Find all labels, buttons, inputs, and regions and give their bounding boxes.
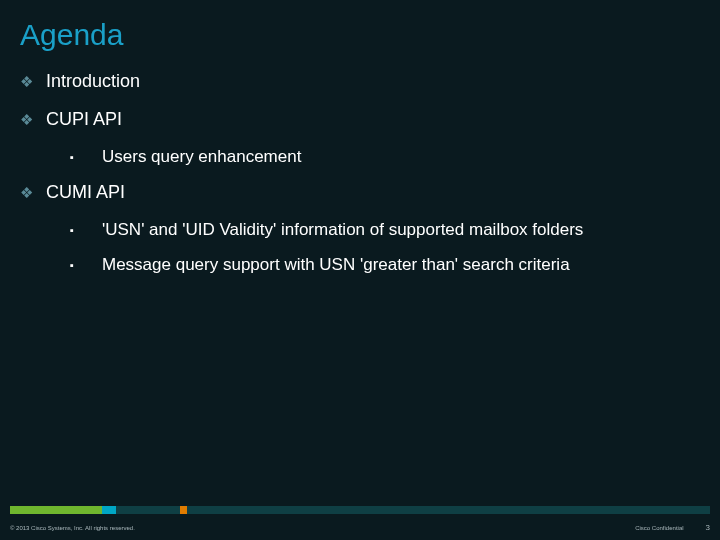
footer-confidential: Cisco Confidential [635,525,683,531]
bar-segment [180,506,187,514]
page-number: 3 [706,523,710,532]
footer-accent-bar [10,506,710,514]
list-item: ▪ 'USN' and 'UID Validity' information o… [70,219,720,242]
sub-list: ▪ 'USN' and 'UID Validity' information o… [20,219,720,277]
footer-right: Cisco Confidential 3 [635,523,710,532]
slide: Agenda ❖ Introduction ❖ CUPI API ▪ Users… [0,0,720,540]
slide-content: ❖ Introduction ❖ CUPI API ▪ Users query … [0,70,720,277]
list-item: ❖ CUPI API [20,108,720,132]
list-item: ▪ Users query enhancement [70,146,720,169]
list-item: ❖ CUMI API [20,181,720,205]
bar-segment [10,506,102,514]
list-item-label: Introduction [46,70,140,93]
list-item-label: 'USN' and 'UID Validity' information of … [102,219,583,242]
list-item-label: Users query enhancement [102,146,301,169]
square-bullet-icon: ▪ [70,146,80,168]
diamond-bullet-icon: ❖ [20,108,34,132]
diamond-bullet-icon: ❖ [20,70,34,94]
bar-segment [116,506,180,514]
bar-segment [187,506,710,514]
footer: © 2013 Cisco Systems, Inc. All rights re… [10,523,710,532]
list-item-label: CUPI API [46,108,122,131]
square-bullet-icon: ▪ [70,219,80,241]
square-bullet-icon: ▪ [70,254,80,276]
list-item-label: CUMI API [46,181,125,204]
footer-copyright: © 2013 Cisco Systems, Inc. All rights re… [10,525,135,531]
sub-list: ▪ Users query enhancement [20,146,720,169]
list-item: ❖ Introduction [20,70,720,94]
list-item-label: Message query support with USN 'greater … [102,254,570,277]
diamond-bullet-icon: ❖ [20,181,34,205]
list-item: ▪ Message query support with USN 'greate… [70,254,720,277]
slide-title: Agenda [20,18,720,52]
bar-segment [102,506,116,514]
